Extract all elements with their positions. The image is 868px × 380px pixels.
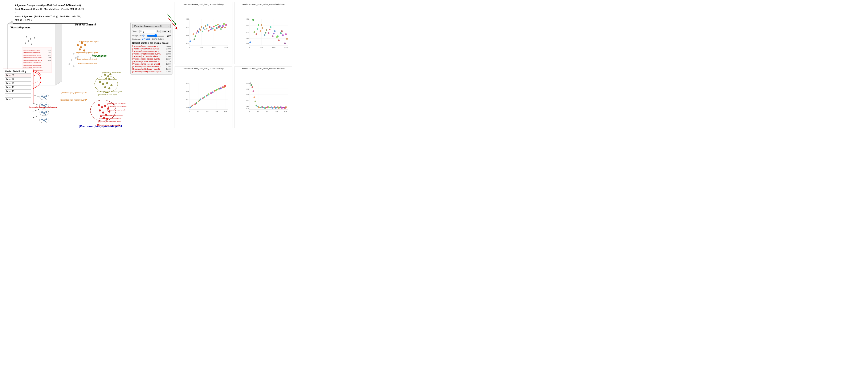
svg-point-256 bbox=[199, 99, 200, 101]
svg-point-151 bbox=[215, 25, 217, 26]
svg-point-217 bbox=[285, 33, 287, 35]
svg-point-259 bbox=[211, 92, 213, 94]
svg-point-57 bbox=[41, 111, 43, 113]
nearest-item-6[interactable]: [Expanded]actor-actress-layer310.225 bbox=[132, 60, 170, 63]
nearest-scroll[interactable]: [Expanded]king-queen-layer310.006 [Pretr… bbox=[132, 45, 170, 73]
nearest-item-9[interactable]: [Expanded]child-children-layer310.263 bbox=[132, 68, 170, 70]
svg-point-156 bbox=[225, 24, 227, 26]
right-charts: Benchmark-meta_math_hard_0shot/GlobalSte… bbox=[173, 0, 294, 130]
nearest-item-0[interactable]: [Expanded]king-queen-layer310.006 bbox=[132, 45, 170, 48]
svg-point-195 bbox=[260, 30, 261, 32]
svg-text:1.89: 1.89 bbox=[49, 52, 51, 53]
svg-point-105 bbox=[104, 105, 106, 107]
layer-27[interactable]: Layer 27 bbox=[5, 78, 31, 81]
nearest-item-8[interactable]: [Pretrained]waiter-waitress-layer310.258 bbox=[132, 65, 170, 68]
nearest-item-5[interactable]: [Pretrained]actor-actress-layer310.219 bbox=[132, 58, 170, 60]
svg-point-309 bbox=[263, 107, 265, 108]
svg-point-96 bbox=[111, 84, 113, 86]
svg-point-205 bbox=[280, 32, 282, 34]
svg-text:[Pretrained]UK-pound-layer31: [Pretrained]UK-pound-layer31 bbox=[98, 79, 117, 81]
by-label: By bbox=[157, 30, 160, 33]
nearest-item-1[interactable]: [Pretrained]man-woman-layer310.192 bbox=[132, 48, 170, 50]
euclidean-button[interactable]: EUCLIDEAN bbox=[152, 38, 164, 40]
chart-svg-math-hard-best: 0.38 0.36 0.34 0.32 0 50k 100k 150k bbox=[183, 9, 230, 58]
svg-point-150 bbox=[213, 26, 215, 28]
svg-text:0.05: 0.05 bbox=[246, 108, 249, 110]
svg-point-303 bbox=[250, 84, 252, 86]
svg-point-172 bbox=[224, 27, 226, 28]
svg-text:1.00: 1.00 bbox=[49, 50, 51, 51]
svg-point-148 bbox=[209, 26, 211, 28]
svg-point-89 bbox=[110, 73, 112, 75]
svg-point-192 bbox=[252, 19, 254, 21]
nearest-item-7[interactable]: [Pretrained]child-children-layer310.258 bbox=[132, 63, 170, 65]
svg-point-317 bbox=[279, 107, 281, 108]
chart-title-mmlu-worst: Benchmark-meta_mmlu_0shot_instruct/Globa… bbox=[235, 67, 292, 70]
svg-point-316 bbox=[277, 106, 279, 108]
svg-point-257 bbox=[203, 97, 205, 99]
nearest-item-3[interactable]: [Pretrained]nephew-niece-layer310.202 bbox=[132, 53, 170, 55]
svg-text:0.38: 0.38 bbox=[186, 83, 189, 84]
svg-text:0.71: 0.71 bbox=[246, 18, 249, 20]
svg-point-254 bbox=[191, 106, 192, 107]
svg-text:50k: 50k bbox=[260, 46, 263, 48]
svg-point-122 bbox=[97, 124, 99, 126]
neighbors-slider[interactable] bbox=[147, 34, 164, 37]
svg-text:[Pretrained]child-children-lay: [Pretrained]child-children-layer31 bbox=[99, 118, 121, 119]
dropdown-chevron-icon[interactable]: ▼ bbox=[167, 25, 169, 27]
svg-point-75 bbox=[77, 56, 79, 58]
nearest-item-4[interactable]: [Expanded]nephew-niece-layer310.206 bbox=[132, 55, 170, 58]
svg-point-166 bbox=[212, 28, 214, 29]
annotation-title: Alignment Comparison(OpenMath2 + Llama-3… bbox=[15, 4, 86, 7]
cosine-button[interactable]: COSINE bbox=[142, 38, 150, 40]
svg-point-213 bbox=[269, 29, 271, 30]
svg-text:40k: 40k bbox=[257, 111, 259, 112]
svg-text:0.38: 0.38 bbox=[186, 18, 189, 20]
svg-point-144 bbox=[200, 26, 202, 28]
neighbors-info-icon[interactable]: ⓘ bbox=[143, 34, 145, 37]
svg-text:0.36: 0.36 bbox=[186, 26, 189, 28]
layer-19[interactable]: Layer 19 bbox=[5, 85, 31, 89]
svg-point-65 bbox=[44, 121, 46, 122]
svg-point-197 bbox=[264, 34, 266, 36]
probing-title: Hidden State Probing bbox=[5, 70, 31, 72]
chart-math-hard-best: Benchmark-meta_math_hard_0shot/GlobalSte… bbox=[175, 2, 232, 64]
svg-text:100k: 100k bbox=[272, 46, 276, 48]
svg-text:80k: 80k bbox=[206, 111, 209, 112]
svg-line-42 bbox=[33, 95, 39, 97]
dropdown-label: [Pretrained]king-queen-layer31 bbox=[134, 25, 162, 27]
svg-point-63 bbox=[43, 119, 45, 121]
svg-point-318 bbox=[281, 107, 283, 109]
svg-point-72 bbox=[73, 53, 74, 55]
dropdown-header[interactable]: [Pretrained]king-queen-layer31 ▼ bbox=[132, 24, 170, 28]
svg-point-307 bbox=[259, 107, 260, 108]
search-panel: [Pretrained]king-queen-layer31 ▼ Search … bbox=[130, 22, 173, 75]
svg-point-77 bbox=[73, 65, 74, 67]
layer-3[interactable]: Layer 3 bbox=[5, 97, 31, 101]
nearest-list: [Expanded]king-queen-layer310.006 [Pretr… bbox=[132, 45, 170, 73]
nearest-item-2[interactable]: [Expanded]man-woman-layer310.200 bbox=[132, 50, 170, 53]
nearest-item-10[interactable]: [Pretrained]walking-walked-layer310.266 bbox=[132, 70, 170, 73]
layer-23[interactable]: Layer 23 bbox=[5, 82, 31, 85]
svg-text:[Pretrained]ability-abilities-: [Pretrained]ability-abilities-layer31 bbox=[100, 114, 123, 116]
svg-point-110 bbox=[108, 111, 111, 113]
svg-point-68 bbox=[80, 46, 82, 49]
svg-point-74 bbox=[71, 59, 72, 61]
svg-point-159 bbox=[198, 31, 199, 33]
svg-point-304 bbox=[253, 90, 254, 92]
by-select[interactable]: label bbox=[160, 30, 170, 33]
search-row: Search By label bbox=[132, 30, 170, 33]
layer-31[interactable]: Layer 31 bbox=[5, 74, 31, 77]
svg-text:50k: 50k bbox=[200, 46, 203, 48]
svg-text:[Pretrained]US-dollar-layer31: [Pretrained]US-dollar-layer31 bbox=[98, 94, 118, 96]
svg-point-168 bbox=[216, 27, 218, 29]
layer-15[interactable]: Layer 15 bbox=[5, 89, 31, 93]
svg-point-53 bbox=[43, 105, 45, 107]
svg-text:120k: 120k bbox=[215, 111, 218, 112]
svg-text:[Expanded]Microsoft-Windows-la: [Expanded]Microsoft-Windows-layer31 bbox=[97, 91, 122, 93]
search-input[interactable] bbox=[140, 30, 156, 33]
svg-text:[Pretrained]man-woman-layer31: [Pretrained]man-woman-layer31 bbox=[99, 124, 120, 126]
svg-text:150k: 150k bbox=[284, 46, 288, 48]
svg-text:40k: 40k bbox=[197, 111, 199, 112]
svg-point-157 bbox=[193, 38, 195, 40]
